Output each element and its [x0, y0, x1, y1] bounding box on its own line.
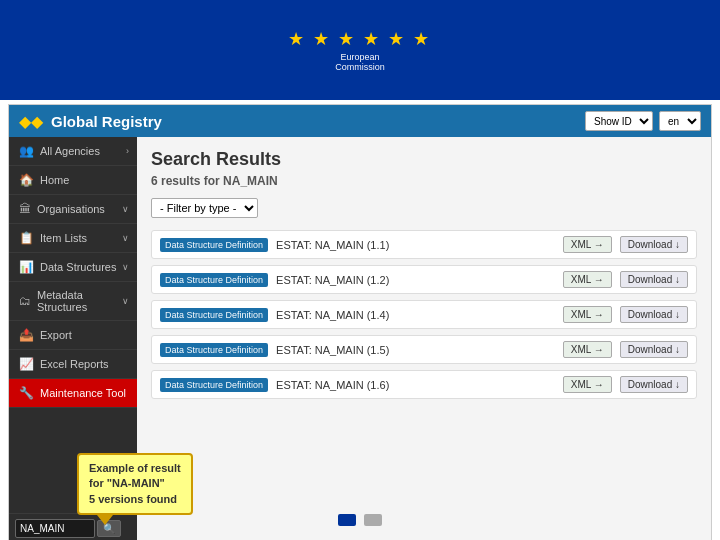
filter-select[interactable]: - Filter by type - — [151, 198, 258, 218]
table-row: Data Structure Definition ESTAT: NA_MAIN… — [151, 230, 697, 259]
item-lists-icon: 📋 — [19, 231, 34, 245]
xml-button-3[interactable]: XML → — [563, 341, 612, 358]
sidebar-item-export[interactable]: 📤 Export — [9, 321, 137, 350]
sidebar-item-item-lists[interactable]: 📋 Item Lists ∨ — [9, 224, 137, 253]
callout-box: Example of resultfor "NA-MAIN"5 versions… — [77, 453, 193, 515]
sidebar-label-organisations: Organisations — [37, 203, 105, 215]
global-registry-icon: ◆◆ — [19, 112, 43, 131]
all-agencies-icon: 👥 — [19, 144, 34, 158]
callout-arrow — [97, 515, 113, 525]
top-banner: ★ ★ ★ ★ ★ ★ EuropeanCommission — [0, 0, 720, 100]
sidebar-label-item-lists: Item Lists — [40, 232, 87, 244]
sidebar-item-metadata-structures[interactable]: 🗂 Metadata Structures ∨ — [9, 282, 137, 321]
results-query: NA_MAIN — [223, 174, 278, 188]
show-id-select[interactable]: Show ID — [585, 111, 653, 131]
sidebar-item-all-agencies[interactable]: 👥 All Agencies › — [9, 137, 137, 166]
language-select[interactable]: en — [659, 111, 701, 131]
results-count: 6 results for — [151, 174, 220, 188]
header-right: Show ID en — [585, 111, 701, 131]
header-left: ◆◆ Global Registry — [19, 112, 162, 131]
result-badge-3: Data Structure Definition — [160, 343, 268, 357]
main-content: Search Results 6 results for NA_MAIN - F… — [137, 137, 711, 540]
data-structures-arrow: ∨ — [122, 262, 129, 272]
app-title: Global Registry — [51, 113, 162, 130]
nav-dot-2[interactable] — [364, 514, 382, 526]
results-subtitle: 6 results for NA_MAIN — [151, 174, 697, 188]
result-name-2: ESTAT: NA_MAIN (1.4) — [276, 309, 555, 321]
table-row: Data Structure Definition ESTAT: NA_MAIN… — [151, 370, 697, 399]
nav-dot-1[interactable] — [338, 514, 356, 526]
sidebar-label-data-structures: Data Structures — [40, 261, 116, 273]
excel-reports-icon: 📈 — [19, 357, 34, 371]
sidebar-item-excel-reports[interactable]: 📈 Excel Reports — [9, 350, 137, 379]
home-icon: 🏠 — [19, 173, 34, 187]
sidebar-label-maintenance-tool: Maintenance Tool — [40, 387, 126, 399]
metadata-structures-arrow: ∨ — [122, 296, 129, 306]
sidebar-label-export: Export — [40, 329, 72, 341]
table-row: Data Structure Definition ESTAT: NA_MAIN… — [151, 335, 697, 364]
result-name-0: ESTAT: NA_MAIN (1.1) — [276, 239, 555, 251]
download-button-3[interactable]: Download ↓ — [620, 341, 688, 358]
sidebar-item-maintenance-tool[interactable]: 🔧 Maintenance Tool — [9, 379, 137, 408]
sidebar-item-data-structures[interactable]: 📊 Data Structures ∨ — [9, 253, 137, 282]
filter-row: - Filter by type - — [151, 198, 697, 218]
result-badge-1: Data Structure Definition — [160, 273, 268, 287]
eu-logo: ★ ★ ★ ★ ★ ★ EuropeanCommission — [288, 28, 431, 72]
export-icon: 📤 — [19, 328, 34, 342]
sidebar-label-metadata-structures: Metadata Structures — [37, 289, 127, 313]
result-badge-0: Data Structure Definition — [160, 238, 268, 252]
search-results-title: Search Results — [151, 149, 697, 170]
download-button-4[interactable]: Download ↓ — [620, 376, 688, 393]
xml-button-2[interactable]: XML → — [563, 306, 612, 323]
sidebar-label-home: Home — [40, 174, 69, 186]
sidebar-label-excel-reports: Excel Reports — [40, 358, 108, 370]
download-button-0[interactable]: Download ↓ — [620, 236, 688, 253]
sidebar-item-home[interactable]: 🏠 Home — [9, 166, 137, 195]
result-badge-4: Data Structure Definition — [160, 378, 268, 392]
header-bar: ◆◆ Global Registry Show ID en — [9, 105, 711, 137]
result-name-1: ESTAT: NA_MAIN (1.2) — [276, 274, 555, 286]
xml-button-4[interactable]: XML → — [563, 376, 612, 393]
item-lists-arrow: ∨ — [122, 233, 129, 243]
sidebar-label-all-agencies: All Agencies — [40, 145, 100, 157]
download-button-1[interactable]: Download ↓ — [620, 271, 688, 288]
metadata-structures-icon: 🗂 — [19, 294, 31, 308]
organisations-icon: 🏛 — [19, 202, 31, 216]
eu-commission-text: EuropeanCommission — [335, 52, 385, 72]
callout-container: Example of resultfor "NA-MAIN"5 versions… — [77, 453, 193, 525]
result-name-4: ESTAT: NA_MAIN (1.6) — [276, 379, 555, 391]
table-row: Data Structure Definition ESTAT: NA_MAIN… — [151, 300, 697, 329]
result-name-3: ESTAT: NA_MAIN (1.5) — [276, 344, 555, 356]
all-agencies-arrow: › — [126, 146, 129, 156]
sidebar-item-organisations[interactable]: 🏛 Organisations ∨ — [9, 195, 137, 224]
xml-button-0[interactable]: XML → — [563, 236, 612, 253]
data-structures-icon: 📊 — [19, 260, 34, 274]
xml-button-1[interactable]: XML → — [563, 271, 612, 288]
eu-stars-icon: ★ ★ ★ ★ ★ ★ — [288, 28, 431, 50]
table-row: Data Structure Definition ESTAT: NA_MAIN… — [151, 265, 697, 294]
download-button-2[interactable]: Download ↓ — [620, 306, 688, 323]
organisations-arrow: ∨ — [122, 204, 129, 214]
result-badge-2: Data Structure Definition — [160, 308, 268, 322]
maintenance-tool-icon: 🔧 — [19, 386, 34, 400]
